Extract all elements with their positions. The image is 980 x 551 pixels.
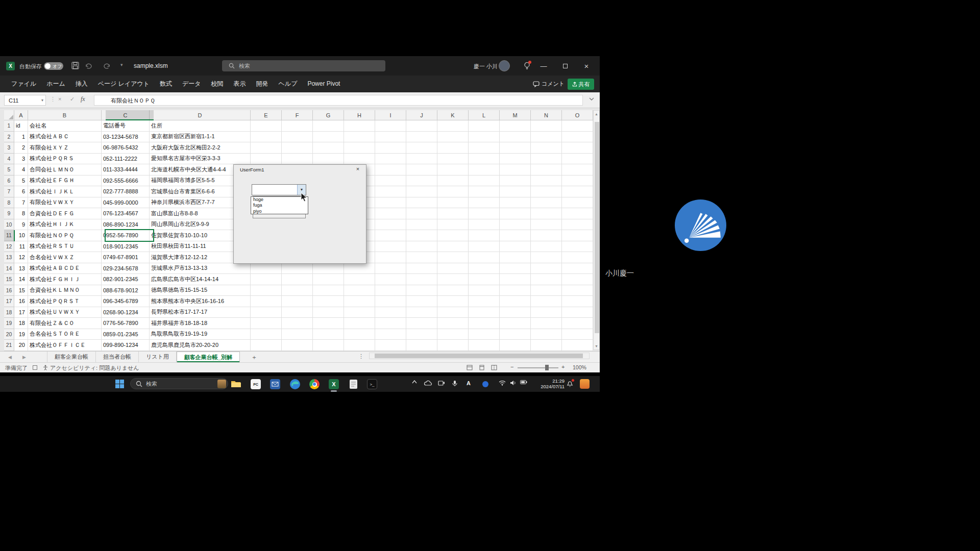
- cell-empty[interactable]: [437, 120, 469, 132]
- sheet-nav-right-icon[interactable]: ▶: [22, 355, 26, 360]
- row-header[interactable]: 21: [4, 340, 14, 351]
- cell-company[interactable]: 株式会社ＡＢＣ: [28, 132, 102, 143]
- cell-empty[interactable]: [406, 197, 437, 209]
- cell-empty[interactable]: [469, 285, 500, 296]
- cancel-entry-icon[interactable]: ×: [58, 96, 61, 102]
- cell-empty[interactable]: [531, 186, 562, 197]
- cell-empty[interactable]: [469, 176, 500, 187]
- cell-id[interactable]: 2: [14, 142, 28, 154]
- cell-empty[interactable]: [437, 197, 469, 209]
- cell-empty[interactable]: [500, 208, 531, 219]
- share-button[interactable]: 共有: [568, 79, 594, 90]
- cell-company[interactable]: 合資会社ＫＬＭＮＯ: [28, 285, 102, 296]
- cell-phone[interactable]: 0952-56-7890: [102, 230, 150, 241]
- row-header[interactable]: 11: [4, 230, 14, 241]
- cell-empty[interactable]: [531, 296, 562, 307]
- cell-empty[interactable]: [375, 208, 406, 219]
- cell-company[interactable]: 有限会社ＸＹＺ: [28, 142, 102, 154]
- cell-address-header[interactable]: 住所: [150, 120, 251, 132]
- cell-empty[interactable]: [406, 142, 437, 154]
- cell-empty[interactable]: [406, 186, 437, 197]
- battery-icon[interactable]: [520, 380, 527, 384]
- wifi-icon[interactable]: [499, 380, 506, 386]
- cell-phone-header[interactable]: 電話番号: [102, 120, 150, 132]
- cell-empty[interactable]: [375, 197, 406, 209]
- cell-empty[interactable]: [344, 296, 375, 307]
- col-header-m[interactable]: M: [500, 110, 531, 120]
- cell-empty[interactable]: [531, 132, 562, 143]
- cell-id[interactable]: 3: [14, 154, 28, 165]
- macro-record-icon[interactable]: [33, 365, 37, 370]
- tab-insert[interactable]: 挿入: [70, 76, 93, 92]
- cell-company[interactable]: 有限会社ＮＯＰＱ: [28, 230, 102, 241]
- cell-empty[interactable]: [406, 285, 437, 296]
- cell-empty[interactable]: [531, 197, 562, 209]
- cell-company[interactable]: 株式会社ＥＦＧＨ: [28, 176, 102, 187]
- col-header-n[interactable]: N: [531, 110, 562, 120]
- row-header[interactable]: 12: [4, 241, 14, 253]
- cell-empty[interactable]: [531, 318, 562, 329]
- row-header[interactable]: 15: [4, 274, 14, 285]
- cell-empty[interactable]: [437, 274, 469, 285]
- row-header[interactable]: 19: [4, 318, 14, 329]
- row-header[interactable]: 3: [4, 142, 14, 154]
- cell-id[interactable]: 15: [14, 285, 28, 296]
- cell-empty[interactable]: [469, 296, 500, 307]
- camera-icon[interactable]: [438, 380, 445, 386]
- cell-company[interactable]: 合同会社ＬＭＮＯ: [28, 164, 102, 176]
- zoom-out-button[interactable]: −: [510, 364, 513, 370]
- cell-company[interactable]: 合名会社ＶＷＸＺ: [28, 252, 102, 263]
- zoom-level[interactable]: 100%: [573, 364, 586, 370]
- cell-empty[interactable]: [375, 340, 406, 351]
- cell-phone[interactable]: 011-333-4444: [102, 164, 150, 176]
- cell-empty[interactable]: [282, 120, 313, 132]
- cell-empty[interactable]: [469, 132, 500, 143]
- cell-empty[interactable]: [531, 263, 562, 274]
- cell-empty[interactable]: [437, 142, 469, 154]
- cell-empty[interactable]: [282, 263, 313, 274]
- cell-address[interactable]: 広島県広島市中区14-14-14: [150, 274, 251, 285]
- tab-power-pivot[interactable]: Power Pivot: [302, 76, 345, 92]
- cell-empty[interactable]: [375, 176, 406, 187]
- cell-address[interactable]: 鹿児島県鹿児島市20-20-20: [150, 340, 251, 351]
- normal-view-icon[interactable]: [467, 365, 473, 370]
- cell-empty[interactable]: [531, 154, 562, 165]
- chrome-browser-icon[interactable]: [308, 378, 321, 390]
- cell-empty[interactable]: [406, 252, 437, 263]
- cell-empty[interactable]: [251, 132, 282, 143]
- cell-empty[interactable]: [469, 340, 500, 351]
- cell-company[interactable]: 有限会社ＶＷＸＹ: [28, 197, 102, 209]
- cell-address[interactable]: 徳島県徳島市15-15-15: [150, 285, 251, 296]
- cell-empty[interactable]: [531, 340, 562, 351]
- cell-empty[interactable]: [375, 318, 406, 329]
- tab-view[interactable]: 表示: [229, 76, 251, 92]
- cell-empty[interactable]: [500, 176, 531, 187]
- cell-empty[interactable]: [344, 340, 375, 351]
- col-header-o[interactable]: O: [562, 110, 593, 120]
- cell-id[interactable]: 5: [14, 176, 28, 187]
- cell-empty[interactable]: [500, 142, 531, 154]
- cell-empty[interactable]: [282, 307, 313, 318]
- row-header[interactable]: 8: [4, 197, 14, 209]
- ime-badge-icon[interactable]: [482, 381, 488, 387]
- cell-empty[interactable]: [282, 142, 313, 154]
- cell-empty[interactable]: [562, 197, 593, 209]
- col-header-f[interactable]: F: [282, 110, 313, 120]
- cell-empty[interactable]: [500, 263, 531, 274]
- titlebar-search-box[interactable]: 検索: [222, 60, 385, 71]
- cell-empty[interactable]: [562, 164, 593, 176]
- cell-id[interactable]: 10: [14, 230, 28, 241]
- cell-empty[interactable]: [562, 154, 593, 165]
- cell-empty[interactable]: [344, 263, 375, 274]
- cell-empty[interactable]: [437, 340, 469, 351]
- row-header[interactable]: 6: [4, 176, 14, 187]
- cell-empty[interactable]: [469, 186, 500, 197]
- cell-empty[interactable]: [469, 208, 500, 219]
- cell-empty[interactable]: [406, 274, 437, 285]
- cell-empty[interactable]: [531, 329, 562, 340]
- cell-empty[interactable]: [469, 219, 500, 231]
- name-box-dropdown-icon[interactable]: ▾: [41, 95, 43, 106]
- tab-help[interactable]: ヘルプ: [274, 76, 303, 92]
- horizontal-scrollbar[interactable]: [369, 353, 590, 359]
- col-header-e[interactable]: E: [251, 110, 282, 120]
